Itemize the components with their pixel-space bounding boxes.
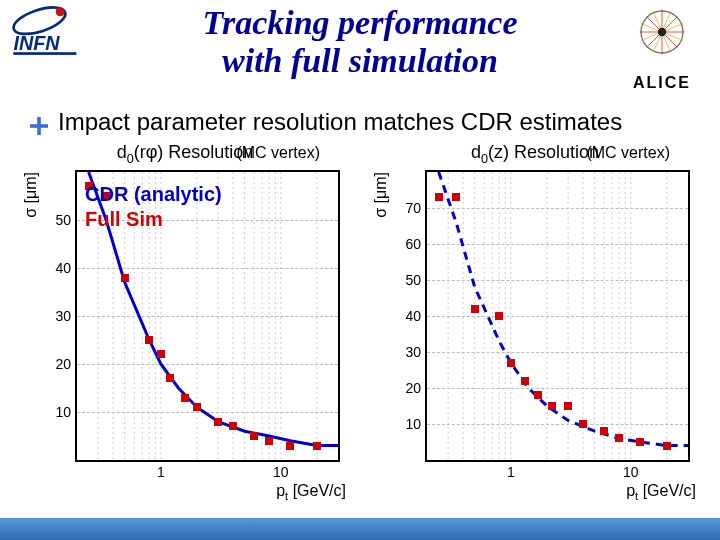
chart-rphi: d0(rφ) Resolution (MC vertex) σ [μm] 102… <box>20 142 350 522</box>
x-tick-label: 10 <box>273 460 289 480</box>
y-tick-label: 70 <box>405 200 427 216</box>
y-tick-label: 20 <box>55 356 77 372</box>
data-point <box>157 350 165 358</box>
x-tick-label: 10 <box>623 460 639 480</box>
legend-fullsim: Full Sim <box>85 207 222 232</box>
y-axis-label: σ [μm] <box>372 172 390 218</box>
y-tick-label: 10 <box>55 404 77 420</box>
slide: INFN Tracking performance with full simu… <box>0 0 720 540</box>
y-tick-label: 60 <box>405 236 427 252</box>
data-point <box>265 437 273 445</box>
data-point <box>521 377 529 385</box>
data-point <box>495 312 503 320</box>
y-tick-label: 40 <box>55 260 77 276</box>
data-point <box>214 418 222 426</box>
title-line1: Tracking performance <box>110 4 610 42</box>
data-point <box>229 422 237 430</box>
data-point <box>286 442 294 450</box>
data-point <box>145 336 153 344</box>
alice-logo: ALICE <box>614 4 710 100</box>
x-axis-label: pt [GeV/c] <box>626 482 696 502</box>
data-point <box>663 442 671 450</box>
data-point <box>121 274 129 282</box>
y-tick-label: 20 <box>405 380 427 396</box>
data-point <box>548 402 556 410</box>
data-point <box>181 394 189 402</box>
data-point <box>471 305 479 313</box>
y-tick-label: 30 <box>405 344 427 360</box>
data-point <box>564 402 572 410</box>
chart-subtitle: (MC vertex) <box>586 144 670 162</box>
alice-logo-text: ALICE <box>614 74 710 92</box>
chart-legend: CDR (analytic) Full Sim <box>85 182 222 232</box>
y-tick-label: 50 <box>405 272 427 288</box>
infn-logo-text: INFN <box>13 32 60 54</box>
y-tick-label: 30 <box>55 308 77 324</box>
bullet-text: Impact parameter resolution matches CDR … <box>58 108 622 136</box>
plot-area: 10203040506070110 <box>425 170 690 462</box>
title-line2: with full simulation <box>110 42 610 80</box>
bullet-icon <box>30 113 48 131</box>
y-tick-label: 10 <box>405 416 427 432</box>
data-point <box>600 427 608 435</box>
data-point <box>507 359 515 367</box>
data-point <box>166 374 174 382</box>
svg-point-20 <box>658 28 666 36</box>
data-point <box>636 438 644 446</box>
chart-subtitle: (MC vertex) <box>236 144 320 162</box>
header: INFN Tracking performance with full simu… <box>0 0 720 100</box>
chart-z: d0(z) Resolution (MC vertex) σ [μm] 1020… <box>370 142 700 522</box>
data-point <box>435 193 443 201</box>
legend-analytic: CDR (analytic) <box>85 182 222 207</box>
x-axis-label: pt [GeV/c] <box>276 482 346 502</box>
data-point <box>579 420 587 428</box>
svg-point-1 <box>56 7 65 16</box>
data-point <box>313 442 321 450</box>
svg-rect-2 <box>13 52 76 55</box>
y-tick-label: 50 <box>55 212 77 228</box>
data-point <box>193 403 201 411</box>
charts-area: d0(rφ) Resolution (MC vertex) σ [μm] 102… <box>20 142 700 522</box>
y-tick-label: 40 <box>405 308 427 324</box>
infn-logo: INFN <box>8 4 98 59</box>
data-point <box>615 434 623 442</box>
bullet-row: Impact parameter resolution matches CDR … <box>30 108 622 136</box>
x-tick-label: 1 <box>157 460 165 480</box>
slide-title: Tracking performance with full simulatio… <box>110 4 610 80</box>
data-point <box>452 193 460 201</box>
svg-rect-22 <box>30 124 48 128</box>
y-axis-label: σ [μm] <box>22 172 40 218</box>
data-point <box>250 432 258 440</box>
footer-bar <box>0 518 720 540</box>
x-tick-label: 1 <box>507 460 515 480</box>
data-point <box>534 391 542 399</box>
